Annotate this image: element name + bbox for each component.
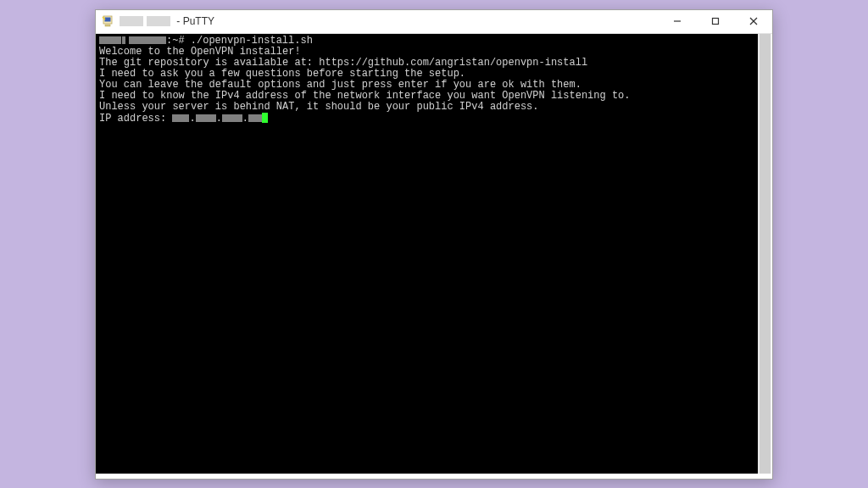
- close-button[interactable]: [734, 10, 772, 33]
- ip-line: IP address: ...: [99, 113, 754, 125]
- prompt-redact-2: [122, 36, 125, 44]
- window-title: - PuTTY: [174, 15, 214, 27]
- output-line: Unless your server is behind NAT, it sho…: [99, 102, 754, 113]
- output-line: You can leave the default options and ju…: [99, 80, 754, 91]
- prompt-redact-3: [129, 36, 166, 44]
- scroll-thumb[interactable]: [760, 34, 771, 474]
- svg-rect-5: [712, 19, 718, 25]
- svg-rect-1: [105, 18, 111, 22]
- prompt-line: :~# ./openvpn-install.sh: [99, 36, 754, 47]
- maximize-button[interactable]: [696, 10, 734, 33]
- window-controls: [658, 10, 772, 33]
- ip-octet-1: [172, 114, 189, 122]
- output-line: The git repository is available at: http…: [99, 58, 754, 69]
- prompt-suffix: :~#: [166, 35, 191, 47]
- output-line: I need to know the IPv4 address of the n…: [99, 91, 754, 102]
- title-redacted-1: [120, 16, 143, 26]
- titlebar[interactable]: - PuTTY: [96, 10, 772, 34]
- minimize-button[interactable]: [658, 10, 696, 33]
- cursor: [262, 113, 268, 123]
- terminal-area: :~# ./openvpn-install.shWelcome to the O…: [96, 34, 772, 479]
- title-redacted-2: [147, 16, 170, 26]
- ip-octet-2: [196, 114, 216, 122]
- scrollbar[interactable]: [758, 34, 771, 474]
- terminal[interactable]: :~# ./openvpn-install.shWelcome to the O…: [96, 34, 758, 474]
- output-line: I need to ask you a few questions before…: [99, 69, 754, 80]
- ip-octet-4: [248, 114, 262, 122]
- prompt-redact-1: [99, 36, 121, 44]
- ip-octet-3: [222, 114, 242, 122]
- svg-rect-2: [105, 25, 110, 26]
- output-line: Welcome to the OpenVPN installer!: [99, 47, 754, 58]
- command-text: ./openvpn-install.sh: [191, 35, 313, 47]
- ip-prompt: IP address:: [99, 113, 172, 125]
- putty-window: - PuTTY :~# ./openvpn-install.shWelcome …: [95, 9, 773, 480]
- putty-icon: [101, 14, 114, 28]
